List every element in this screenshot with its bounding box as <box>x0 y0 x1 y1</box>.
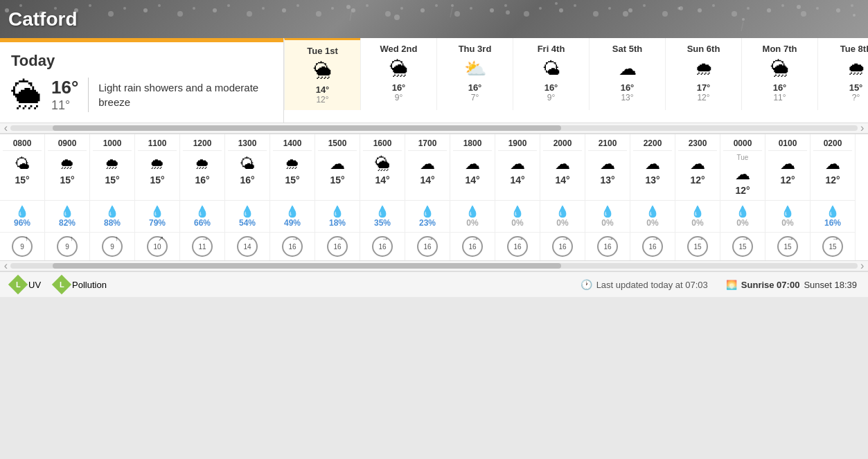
city-title: Catford <box>8 8 78 30</box>
hourly-temp: 16° <box>183 174 222 186</box>
rain-col: 💧 0% <box>630 201 675 232</box>
scrollbar-track[interactable] <box>10 125 858 131</box>
rain-col: 💧 0% <box>585 201 630 232</box>
scrollbar-track-bottom[interactable] <box>10 263 858 269</box>
forecast-day-label: Sat 5th <box>596 44 658 54</box>
forecast-day-icon: ⛅ <box>444 58 506 80</box>
rain-percentage: 16% <box>813 218 852 228</box>
rain-drop-icon: 💧 <box>633 205 672 218</box>
scroll-left-arrow-bottom[interactable]: ‹ <box>1 260 10 272</box>
hourly-temp: 15° <box>138 174 177 186</box>
wind-col: 16 → <box>540 233 585 260</box>
wind-speed: 15 <box>783 243 791 251</box>
hourly-temp: 16° <box>228 174 267 186</box>
rain-percentage: 49% <box>273 218 312 228</box>
wind-circle: 16 → <box>417 236 438 257</box>
hourly-temp: 13° <box>588 174 627 186</box>
rain-percentage: 79% <box>138 218 177 228</box>
hourly-weather-icon: ☁ <box>543 155 582 173</box>
hourly-weather-icon: ☁ <box>408 155 447 173</box>
uv-label: UV <box>28 280 41 290</box>
wind-direction-icon: → <box>517 235 524 242</box>
hourly-temp: 15° <box>273 174 312 186</box>
svg-line-10 <box>350 9 352 21</box>
wind-circle: 14 → <box>237 236 258 257</box>
forecast-day[interactable]: Wed 2nd 🌦 16° 9° <box>360 38 436 110</box>
hourly-time-col: 0000 Tue ☁ 12° <box>720 134 765 200</box>
rain-col: 💧 0% <box>720 201 765 232</box>
last-updated: Last updated today at 07:03 <box>596 280 708 290</box>
scroll-right-arrow[interactable]: › <box>858 122 867 134</box>
hourly-weather-icon: ☁ <box>318 155 357 173</box>
wind-col: 16 → <box>450 233 495 260</box>
forecast-temp-high: 15° <box>825 82 868 93</box>
wind-direction-icon: → <box>472 235 479 242</box>
hourly-temp: 12° <box>813 174 852 186</box>
forecast-day[interactable]: Fri 4th 🌤 16° 9° <box>513 38 589 110</box>
uv-badge: L UV <box>11 278 41 291</box>
rain-drop-icon: 💧 <box>498 205 537 218</box>
forecast-day-icon: 🌦 <box>749 58 811 80</box>
rain-percentage: 23% <box>408 218 447 228</box>
rain-drop-icon: 💧 <box>768 205 807 218</box>
hourly-time: 0100 <box>768 138 807 151</box>
hourly-time-col: 0100 ☁ 12° <box>765 134 811 200</box>
wind-speed: 16 <box>378 243 386 251</box>
wind-circle: 9 ↑ <box>102 236 123 257</box>
hourly-weather-icon: ☁ <box>633 155 672 173</box>
hourly-weather-icon: ☁ <box>813 155 852 173</box>
scroll-left-arrow[interactable]: ‹ <box>1 122 10 134</box>
wind-circle: 16 → <box>462 236 483 257</box>
hourly-time: 1200 <box>183 138 222 151</box>
wind-circle: 15 → <box>777 236 798 257</box>
forecast-day[interactable]: Tue 8th 🌧 15° ?° <box>817 38 868 110</box>
svg-point-6 <box>679 6 683 10</box>
rain-drop-icon: 💧 <box>588 205 627 218</box>
wind-speed: 9 <box>65 243 69 251</box>
wind-circle: 11 → <box>192 236 213 257</box>
wind-speed: 15 <box>829 243 836 251</box>
rain-drop-icon: 💧 <box>273 205 312 218</box>
wind-speed: 16 <box>288 243 296 251</box>
wind-circle: 16 → <box>327 236 348 257</box>
rain-drop-icon: 💧 <box>93 205 132 218</box>
svg-point-1 <box>394 15 400 20</box>
forecast-temp-low: ?° <box>825 93 868 102</box>
hourly-temp: 14° <box>408 174 447 186</box>
uv-diamond: L <box>8 275 28 294</box>
wind-circle: 15 → <box>822 236 843 257</box>
svg-point-5 <box>623 11 628 17</box>
rain-percentage: 0% <box>498 218 537 228</box>
scroll-right-arrow-bottom[interactable]: › <box>858 260 867 272</box>
forecast-day-label: Fri 4th <box>520 44 582 54</box>
forecast-day[interactable]: Thu 3rd ⛅ 16° 7° <box>436 38 513 110</box>
forecast-strip: Tue 1st 🌦 14° 12° Wed 2nd 🌦 16° 9° Thu 3… <box>284 38 868 123</box>
pollution-badge: L Pollution <box>55 278 107 291</box>
hourly-time: 1700 <box>408 138 447 151</box>
forecast-day[interactable]: Sun 6th 🌧 17° 12° <box>665 38 741 110</box>
wind-direction-icon: → <box>697 235 704 242</box>
rain-drop-icon: 💧 <box>48 205 87 218</box>
wind-speed: 16 <box>423 243 431 251</box>
wind-direction-icon: → <box>337 235 344 242</box>
hourly-time-col: 0200 ☁ 12° <box>811 134 856 200</box>
forecast-day[interactable]: Tue 1st 🌦 14° 12° <box>284 38 360 110</box>
hourly-weather-icon: ☁ <box>588 155 627 173</box>
wind-speed: 15 <box>693 243 701 251</box>
hourly-weather-icon: ☁ <box>723 165 762 183</box>
hourly-time-col: 1400 🌧 15° <box>270 134 315 200</box>
rain-col: 💧 0% <box>540 201 585 232</box>
wind-direction-icon: → <box>742 235 749 242</box>
svg-point-8 <box>797 5 801 9</box>
forecast-day[interactable]: Mon 7th 🌦 16° 11° <box>741 38 817 110</box>
wind-speed: 16 <box>603 243 611 251</box>
wind-direction-icon: ↑ <box>115 235 118 242</box>
forecast-day[interactable]: Sat 5th ☁ 16° 13° <box>589 38 665 110</box>
hourly-time: 0000 <box>723 138 762 151</box>
forecast-container: Today 🌦 16° 11° Light rain showers and a… <box>0 38 868 123</box>
sunset-text: Sunset 18:39 <box>804 280 857 290</box>
rain-col: 💧 82% <box>45 201 90 232</box>
clock-icon: 🕐 <box>581 279 592 290</box>
hourly-time: 0900 <box>48 138 87 151</box>
rain-drop-icon: 💧 <box>363 205 402 218</box>
